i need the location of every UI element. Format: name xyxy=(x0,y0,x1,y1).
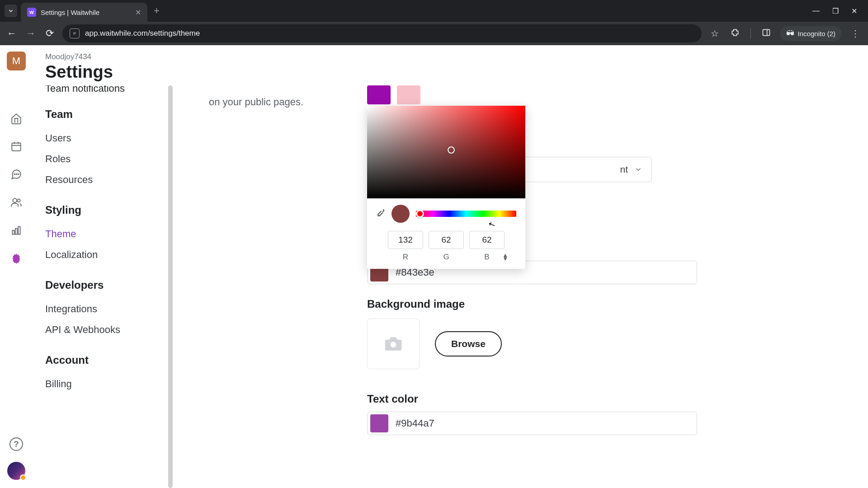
b-label: B xyxy=(469,253,505,262)
close-window-icon[interactable]: ✕ xyxy=(851,7,857,15)
nav-item-theme[interactable]: Theme xyxy=(45,224,173,244)
picker-controls: ↖ xyxy=(367,198,525,229)
hue-slider[interactable]: ↖ xyxy=(416,211,516,217)
address-bar[interactable]: app.waitwhile.com/settings/theme xyxy=(62,24,702,42)
settings-nav[interactable]: Team notifications Team Users Roles Reso… xyxy=(33,85,173,488)
text-color-chip[interactable] xyxy=(370,414,388,432)
svg-rect-2 xyxy=(12,143,21,150)
swatch-pink[interactable] xyxy=(397,85,420,104)
svg-point-8 xyxy=(18,174,19,175)
nav-item-api-webhooks[interactable]: API & Webhooks xyxy=(45,319,173,340)
nav-item-integrations[interactable]: Integrations xyxy=(45,299,173,319)
reload-button[interactable]: ⟳ xyxy=(43,28,56,39)
g-input[interactable]: 62 xyxy=(429,231,464,249)
color-mode-toggle[interactable]: ▲▼ xyxy=(502,253,508,261)
home-icon[interactable] xyxy=(9,111,24,126)
background-image-section: Background image Browse xyxy=(367,298,502,369)
font-select[interactable]: nt xyxy=(516,157,652,182)
incognito-label: Incognito (2) xyxy=(798,30,835,38)
text-color-field[interactable]: #9b44a7 xyxy=(367,412,697,435)
nav-item-users[interactable]: Users xyxy=(45,128,173,149)
hue-handle[interactable] xyxy=(416,210,424,218)
tab-title: Settings | Waitwhile xyxy=(41,9,131,16)
site-info-icon[interactable] xyxy=(70,28,80,38)
svg-rect-12 xyxy=(15,229,17,235)
minimize-icon[interactable]: — xyxy=(812,7,820,15)
calendar-icon[interactable] xyxy=(9,139,24,154)
svg-point-7 xyxy=(16,174,17,175)
nav-bar: ← → ⟳ app.waitwhile.com/settings/theme ☆… xyxy=(0,22,868,45)
analytics-icon[interactable] xyxy=(9,223,24,238)
nav-item-team-notifications[interactable]: Team notifications xyxy=(45,85,173,94)
saturation-value-panel[interactable] xyxy=(367,106,525,198)
rgb-labels: R G B xyxy=(367,252,525,269)
tab-bar: w Settings | Waitwhile ✕ + — ❐ ✕ xyxy=(0,0,868,22)
browser-tab[interactable]: w Settings | Waitwhile ✕ xyxy=(21,3,147,22)
nav-item-localization[interactable]: Localization xyxy=(45,244,173,265)
description-text: on your public pages. xyxy=(209,96,303,108)
settings-icon[interactable] xyxy=(9,251,24,266)
user-avatar[interactable] xyxy=(7,462,25,480)
text-color-hex: #9b44a7 xyxy=(396,418,434,429)
status-dot-icon xyxy=(20,474,26,481)
menu-icon[interactable]: ⋮ xyxy=(851,28,860,39)
users-icon[interactable] xyxy=(9,195,24,210)
workspace-avatar[interactable]: M xyxy=(7,52,26,70)
app-root: M ? Moodjoy7434 Settings Team notificati… xyxy=(0,45,868,488)
chevron-down-icon xyxy=(8,8,14,14)
accent-swatches xyxy=(367,85,420,104)
favicon-icon: w xyxy=(27,8,36,17)
settings-body: on your public pages. nt xyxy=(173,85,868,488)
nav-section-developers: Developers xyxy=(45,279,173,291)
r-label: R xyxy=(388,253,423,262)
svg-rect-0 xyxy=(763,29,769,35)
b-input[interactable]: 62 xyxy=(469,231,505,249)
window-controls: — ❐ ✕ xyxy=(812,7,863,15)
svg-point-6 xyxy=(14,174,15,175)
page-title: Settings xyxy=(45,62,868,82)
close-tab-icon[interactable]: ✕ xyxy=(135,8,141,17)
svg-point-10 xyxy=(17,199,20,202)
nav-item-resources[interactable]: Resources xyxy=(45,169,173,190)
color-preview xyxy=(392,205,410,223)
nav-item-roles[interactable]: Roles xyxy=(45,149,173,169)
side-panel-icon[interactable] xyxy=(762,28,771,39)
breadcrumb: Moodjoy7434 xyxy=(45,52,868,61)
sv-handle[interactable] xyxy=(448,146,455,154)
color-picker[interactable]: ↖ 132 62 62 R G B ▲▼ xyxy=(367,106,525,269)
nav-section-team: Team xyxy=(45,108,173,121)
nav-item-billing[interactable]: Billing xyxy=(45,374,173,394)
back-button[interactable]: ← xyxy=(5,28,18,39)
extensions-icon[interactable] xyxy=(731,28,740,39)
r-input[interactable]: 132 xyxy=(388,231,423,249)
bookmark-icon[interactable]: ☆ xyxy=(711,28,719,39)
incognito-badge[interactable]: 🕶 Incognito (2) xyxy=(780,26,842,41)
url-text: app.waitwhile.com/settings/theme xyxy=(85,29,694,38)
maximize-icon[interactable]: ❐ xyxy=(832,7,839,15)
nav-section-account: Account xyxy=(45,354,173,366)
g-label: G xyxy=(429,253,464,262)
chat-icon[interactable] xyxy=(9,167,24,182)
main-row: Team notifications Team Users Roles Reso… xyxy=(33,85,868,488)
camera-icon xyxy=(383,334,403,354)
svg-rect-13 xyxy=(18,226,20,234)
text-color-label: Text color xyxy=(367,393,697,405)
new-tab-button[interactable]: + xyxy=(154,5,160,17)
eyedropper-icon[interactable] xyxy=(376,208,385,220)
rgb-inputs: 132 62 62 xyxy=(367,229,525,252)
text-color-section: Text color #9b44a7 xyxy=(367,393,697,435)
forward-button: → xyxy=(24,28,37,39)
page-header: Moodjoy7434 Settings xyxy=(33,45,868,85)
svg-rect-11 xyxy=(12,230,14,235)
bg-image-label: Background image xyxy=(367,298,502,310)
incognito-icon: 🕶 xyxy=(786,29,794,38)
svg-point-15 xyxy=(391,342,396,347)
browse-button[interactable]: Browse xyxy=(435,331,502,357)
chevron-down-icon xyxy=(634,165,642,174)
tab-search-dropdown[interactable] xyxy=(5,5,17,17)
svg-point-9 xyxy=(13,198,17,202)
image-placeholder[interactable] xyxy=(367,319,420,369)
help-icon[interactable]: ? xyxy=(9,437,23,451)
swatch-purple[interactable] xyxy=(367,85,391,104)
select-value-suffix: nt xyxy=(620,164,628,175)
